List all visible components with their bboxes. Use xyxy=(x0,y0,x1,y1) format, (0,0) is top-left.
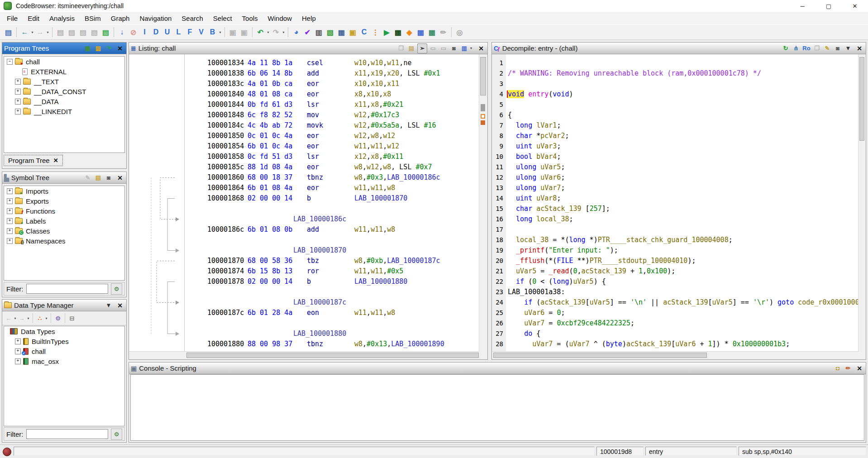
close-icon[interactable]: ✕ xyxy=(115,173,124,182)
fields-icon-dropdown[interactable]: ▾ xyxy=(470,46,474,50)
scrollbar-thumb[interactable] xyxy=(859,57,864,141)
ro-icon[interactable]: Ro xyxy=(802,44,811,53)
decompile-code[interactable]: { xyxy=(506,110,512,120)
tree-item-__text[interactable]: +__TEXT xyxy=(4,76,124,86)
new-tree-icon[interactable]: ▦ xyxy=(83,44,92,53)
tab-program-tree[interactable]: Program Tree ✕ xyxy=(4,155,63,166)
expand-icon[interactable]: + xyxy=(7,238,13,244)
decompile-code[interactable]: _fflush(*(FILE **)PTR____stdoutp_1000040… xyxy=(506,256,696,266)
expand-icon[interactable]: + xyxy=(15,339,21,344)
snapshot-gray-icon-2[interactable]: ▣ xyxy=(238,27,250,38)
minimize-button[interactable]: ─ xyxy=(789,0,816,12)
decompile-vertical-scrollbar[interactable] xyxy=(858,54,865,351)
paste-icon[interactable]: ▤ xyxy=(407,44,416,53)
expand-icon[interactable]: + xyxy=(15,79,21,85)
document-gray-icon-2[interactable]: ▤ xyxy=(66,27,77,38)
expand-icon[interactable]: + xyxy=(7,218,13,224)
scroll-marker-orange-outline[interactable] xyxy=(481,114,485,119)
clear-console-icon[interactable]: ✏ xyxy=(844,364,853,373)
dtm-filter-input[interactable] xyxy=(26,429,109,439)
menu-help[interactable]: Help xyxy=(297,13,321,24)
menu-graph[interactable]: Graph xyxy=(106,13,135,24)
menu-tools[interactable]: Tools xyxy=(237,13,263,24)
dtm-arrangement-icon-dropdown[interactable]: ▾ xyxy=(44,316,48,320)
decompile-code[interactable]: long lVar1; xyxy=(506,120,561,131)
decompile-code[interactable]: uVar7 = 0xcbf29ce484222325; xyxy=(506,318,634,329)
listing-row-10000187c[interactable]: 10000187c6b 01 28 4aeonw11,w11,w8 xyxy=(129,308,479,318)
tree-item-imports[interactable]: +Imports xyxy=(4,186,124,196)
snapshot-camera-icon[interactable]: ◙ xyxy=(449,44,458,53)
decompile-code[interactable]: ulong uVar7; xyxy=(506,183,565,193)
listing-row-10000185c[interactable]: 10000185c88 1d 08 4aeorw8,w12,w8, LSL #0… xyxy=(129,162,479,172)
listing-row-100001858[interactable]: 1000018580c fd 51 d3lsrx12,x8,#0x11 xyxy=(129,152,479,162)
no-entry-icon[interactable]: ⊘ xyxy=(128,27,139,38)
table-green-icon[interactable]: ▦ xyxy=(426,27,438,38)
close-button[interactable]: ✕ xyxy=(842,0,868,12)
decompile-code[interactable]: /* WARNING: Removing unreachable block (… xyxy=(506,68,761,79)
clear-markup-icon[interactable]: ✏ xyxy=(438,27,449,38)
nav-back-icon-dropdown[interactable]: ▾ xyxy=(30,30,34,34)
decompile-code[interactable]: if (acStack_139[uVar5] == '\n' || acStac… xyxy=(506,297,858,308)
dtm-back-icon-dropdown[interactable]: ▾ xyxy=(13,316,17,320)
undo-icon-dropdown[interactable]: ▾ xyxy=(266,30,270,34)
console-output[interactable] xyxy=(130,374,864,441)
dtm-back-icon[interactable]: ← xyxy=(4,314,13,323)
maximize-button[interactable]: ▢ xyxy=(816,0,842,12)
redo-icon[interactable]: ↷ xyxy=(270,27,281,38)
markup-letter-b-icon[interactable]: B xyxy=(207,27,218,38)
menu-select[interactable]: Select xyxy=(208,13,237,24)
expand-icon[interactable]: + xyxy=(15,348,21,354)
memory-table-icon[interactable]: ▦ xyxy=(392,27,404,38)
listing-row-100001840[interactable]: 10000184048 01 08 caeorx8,x10,x8 xyxy=(129,89,479,100)
expand-icon[interactable]: + xyxy=(7,228,13,234)
close-icon[interactable]: ✕ xyxy=(115,301,124,310)
snapshot-gray-icon-1[interactable]: ▣ xyxy=(227,27,238,38)
export-icon[interactable]: ✎ xyxy=(823,44,832,53)
menu-file[interactable]: File xyxy=(2,13,23,24)
tree-item-__data[interactable]: +__DATA xyxy=(4,96,124,106)
undo-icon[interactable]: ↶ xyxy=(255,27,266,38)
table-blue-icon[interactable]: ▦ xyxy=(415,27,426,38)
decompile-code[interactable]: ulong uVar6; xyxy=(506,172,565,183)
tree-item-mac_osx[interactable]: +mac_osx xyxy=(4,356,124,366)
close-icon[interactable]: ✕ xyxy=(53,157,58,164)
markup-letter-u-icon[interactable]: U xyxy=(162,27,173,38)
tree-item-external[interactable]: EXTERNAL xyxy=(4,67,124,76)
expand-icon[interactable]: + xyxy=(7,198,13,204)
scrollbar-thumb[interactable] xyxy=(480,57,486,95)
listing-row-100001880[interactable]: 10000188088 00 98 37tbnzw8,#0x13,LAB_100… xyxy=(129,339,479,349)
tree-item-chall[interactable]: −chall xyxy=(4,57,124,67)
decompile-code[interactable]: LAB_100001a38: xyxy=(506,287,565,297)
listing-row-100001860[interactable]: 10000186068 00 18 37tbnzw8,#0x3,LAB_1000… xyxy=(129,172,479,183)
decompile-code[interactable]: uVar6 = 0; xyxy=(506,308,565,318)
graph-icon[interactable]: ⋔ xyxy=(792,44,801,53)
binary-page-icon[interactable]: ▥ xyxy=(313,27,324,38)
close-icon[interactable]: ✕ xyxy=(477,44,486,53)
redo-icon-dropdown[interactable]: ▾ xyxy=(281,30,286,34)
screen-icon-1[interactable]: ▭ xyxy=(429,44,438,53)
filter-options-icon[interactable]: ⚙ xyxy=(111,283,122,295)
decompile-code[interactable]: ulong uVar5; xyxy=(506,162,565,172)
expand-icon[interactable]: + xyxy=(15,99,21,105)
close-icon[interactable]: ✕ xyxy=(855,44,864,53)
decompile-code[interactable]: local_38 = *(long *)PTR____stack_chk_gua… xyxy=(506,235,733,245)
refresh-icon[interactable]: ↻ xyxy=(781,44,790,53)
tree-item-namespaces[interactable]: +Namespaces xyxy=(4,236,124,246)
listing-label-LAB_10000186c[interactable]: LAB_10000186c xyxy=(129,214,479,224)
decompile-code[interactable]: long local_38; xyxy=(506,214,573,224)
expand-icon[interactable]: + xyxy=(15,109,21,114)
panel-menu-icon[interactable]: ▼ xyxy=(104,301,113,310)
tree-item-classes[interactable]: +Classes xyxy=(4,226,124,236)
copy-icon[interactable]: ❐ xyxy=(812,44,821,53)
globe-lightning-icon[interactable]: ◕ xyxy=(291,27,302,38)
nav-back-icon[interactable]: ← xyxy=(19,27,30,38)
snapshot-camera-icon[interactable]: ◙ xyxy=(833,44,842,53)
screen-icon-2[interactable]: ▭ xyxy=(439,44,448,53)
dtm-forward-icon[interactable]: → xyxy=(17,314,26,323)
close-icon[interactable]: ✕ xyxy=(115,44,124,53)
document-gray-icon-1[interactable]: ▤ xyxy=(55,27,66,38)
menu-search[interactable]: Search xyxy=(176,13,208,24)
listing-row-100001834[interactable]: 1000018344a 11 8b 1acselw10,w10,w11,ne xyxy=(129,58,479,68)
panel-menu-icon[interactable]: ▼ xyxy=(844,44,853,53)
markup-letter-b-icon-dropdown[interactable]: ▾ xyxy=(218,30,222,34)
